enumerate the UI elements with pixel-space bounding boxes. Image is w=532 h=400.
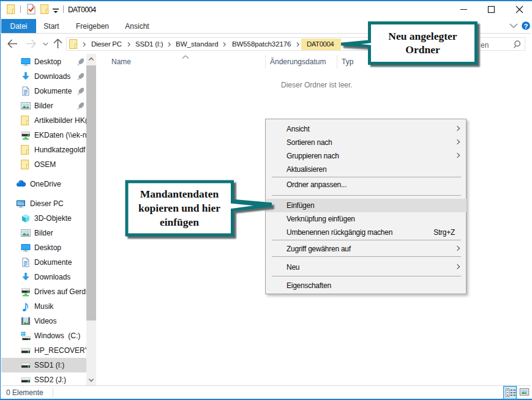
svg-text:einfügen: einfügen [160, 216, 199, 228]
svg-text:kopieren und hier: kopieren und hier [138, 202, 220, 214]
svg-text:?: ? [523, 23, 528, 30]
svg-text:Ordner: Ordner [405, 43, 440, 56]
svg-text:Mandantendaten: Mandantendaten [140, 188, 219, 200]
svg-text:Neu angelegter: Neu angelegter [388, 30, 457, 42]
